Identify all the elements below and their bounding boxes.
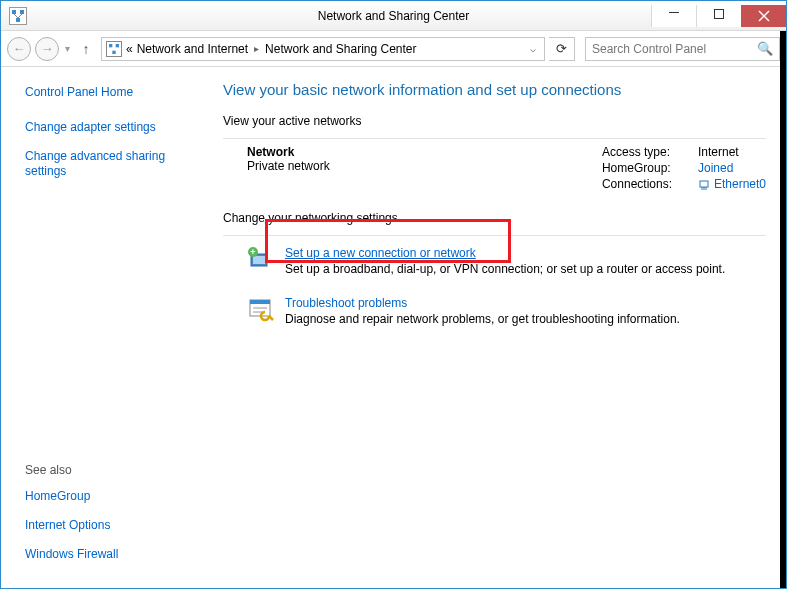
network-type: Private network [247,159,330,173]
homegroup-link[interactable]: Joined [698,161,733,175]
windows-firewall-link[interactable]: Windows Firewall [25,547,197,562]
search-box[interactable]: Search Control Panel 🔍 [585,37,780,61]
connection-name: Ethernet0 [714,177,766,191]
refresh-button[interactable]: ⟳ [549,37,575,61]
right-border [780,31,786,588]
up-button[interactable]: ↑ [75,38,97,60]
see-also-label: See also [25,463,197,477]
svg-line-4 [18,14,22,18]
connection-link[interactable]: Ethernet0 [698,177,766,191]
recent-dropdown[interactable]: ▾ [63,43,71,54]
troubleshoot-icon [247,296,275,324]
access-type-label: Access type: [602,145,686,159]
main-panel: View your basic network information and … [209,67,786,588]
back-button[interactable]: ← [7,37,31,61]
close-button[interactable] [741,5,786,27]
svg-rect-2 [16,18,20,22]
svg-rect-8 [116,44,119,47]
window-controls [651,5,786,27]
title-bar: Network and Sharing Center [1,1,786,31]
homegroup-label: HomeGroup: [602,161,686,175]
navigation-bar: ← → ▾ ↑ « Network and Internet ▸ Network… [1,31,786,67]
search-placeholder: Search Control Panel [592,42,757,56]
svg-rect-15 [253,256,265,264]
svg-rect-0 [12,10,16,14]
setup-connection-link[interactable]: Set up a new connection or network [285,246,725,260]
svg-rect-19 [250,300,270,304]
internet-options-link[interactable]: Internet Options [25,518,197,533]
setup-connection-desc: Set up a broadband, dial-up, or VPN conn… [285,262,725,276]
svg-text:+: + [250,247,255,257]
troubleshoot-desc: Diagnose and repair network problems, or… [285,312,680,326]
maximize-button[interactable] [696,5,741,27]
change-adapter-link[interactable]: Change adapter settings [25,120,197,135]
svg-line-3 [14,14,18,18]
address-bar[interactable]: « Network and Internet ▸ Network and Sha… [101,37,545,61]
minimize-button[interactable] [651,5,696,27]
connections-label: Connections: [602,177,686,191]
address-dropdown-icon[interactable]: ⌵ [526,43,540,54]
change-advanced-sharing-link[interactable]: Change advanced sharing settings [25,149,197,179]
active-network-block: Network Private network Access type: Int… [223,139,766,211]
setup-connection-icon: + [247,246,275,274]
ethernet-icon [698,179,710,191]
breadcrumb-item[interactable]: Network and Internet [137,42,248,56]
control-panel-home-link[interactable]: Control Panel Home [25,85,197,100]
network-details: Access type: Internet HomeGroup: Joined … [602,145,766,193]
svg-rect-20 [253,307,267,309]
svg-line-22 [269,316,273,320]
search-icon[interactable]: 🔍 [757,41,773,56]
breadcrumb-prefix: « [126,42,133,56]
breadcrumb-item[interactable]: Network and Sharing Center [265,42,416,56]
app-icon [9,7,27,25]
access-type-value: Internet [698,145,739,159]
troubleshoot-block: Troubleshoot problems Diagnose and repai… [223,286,766,336]
sidebar: Control Panel Home Change adapter settin… [1,67,209,588]
svg-rect-9 [112,50,115,53]
network-name: Network [247,145,330,159]
change-settings-label: Change your networking settings [223,211,766,225]
forward-button[interactable]: → [35,37,59,61]
network-identity: Network Private network [247,145,330,193]
chevron-right-icon[interactable]: ▸ [252,43,261,54]
svg-rect-1 [20,10,24,14]
location-icon [106,41,122,57]
content-area: Control Panel Home Change adapter settin… [1,67,786,588]
active-networks-label: View your active networks [223,114,766,128]
page-heading: View your basic network information and … [223,81,766,98]
homegroup-link[interactable]: HomeGroup [25,489,197,504]
svg-rect-7 [109,44,112,47]
setup-connection-block: + Set up a new connection or network Set… [223,236,766,286]
troubleshoot-link[interactable]: Troubleshoot problems [285,296,680,310]
svg-rect-10 [700,181,708,187]
